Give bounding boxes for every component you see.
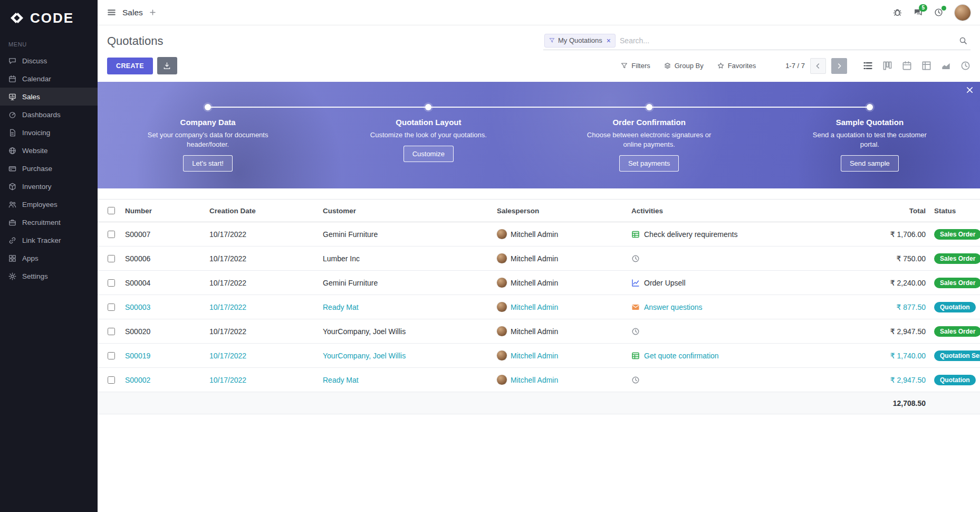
- row-checkbox[interactable]: [108, 255, 115, 262]
- row-checkbox[interactable]: [108, 376, 115, 384]
- table-row[interactable]: S0000310/17/2022Ready MatMitchell AdminA…: [98, 295, 980, 319]
- order-number[interactable]: S00003: [123, 303, 207, 311]
- activity-label[interactable]: Answer questions: [644, 303, 703, 311]
- search-input[interactable]: [620, 36, 954, 45]
- creation-date: 10/17/2022: [207, 327, 321, 336]
- row-checkbox[interactable]: [108, 279, 115, 287]
- table-row[interactable]: S0001910/17/2022YourCompany, Joel Willis…: [98, 344, 980, 368]
- sum-total: 12,708.50: [851, 399, 930, 407]
- bug-icon[interactable]: [893, 8, 902, 17]
- select-all-checkbox[interactable]: [108, 207, 115, 214]
- list-view-button[interactable]: [863, 61, 873, 71]
- clock-icon[interactable]: [631, 376, 640, 384]
- sidebar-item-employees[interactable]: Employees: [0, 195, 98, 213]
- create-button[interactable]: CREATE: [107, 58, 153, 74]
- chart-line-icon[interactable]: [631, 279, 640, 287]
- step-description: Customize the look of your quotations.: [365, 130, 492, 140]
- search-facet[interactable]: My Quotations ×: [544, 34, 616, 48]
- clock-icon[interactable]: [631, 327, 640, 336]
- sidebar-item-sales[interactable]: Sales: [0, 88, 98, 106]
- step-action-button[interactable]: Let's start!: [183, 155, 233, 172]
- banner-close-button[interactable]: [966, 86, 974, 96]
- salesperson-avatar: [497, 326, 507, 336]
- sidebar-item-label: Website: [22, 147, 48, 155]
- order-number[interactable]: S00002: [123, 376, 207, 384]
- group-by-button[interactable]: Group By: [664, 62, 704, 70]
- salesperson-name: Mitchell Admin: [511, 230, 558, 239]
- table-row[interactable]: S0000610/17/2022Lumber IncMitchell Admin…: [98, 246, 980, 271]
- table-row[interactable]: S0000410/17/2022Gemini FurnitureMitchell…: [98, 271, 980, 295]
- activity-label[interactable]: Get quote confirmation: [644, 352, 719, 360]
- sidebar-item-dashboards[interactable]: Dashboards: [0, 106, 98, 124]
- column-header-total[interactable]: Total: [851, 207, 930, 215]
- search-icon[interactable]: [959, 36, 967, 45]
- tasks-icon[interactable]: [631, 230, 640, 239]
- systray: 5: [893, 5, 971, 21]
- row-checkbox[interactable]: [108, 231, 115, 238]
- graph-view-button[interactable]: [941, 61, 951, 71]
- kanban-view-button[interactable]: [882, 61, 892, 71]
- pager-next-button[interactable]: [831, 58, 847, 74]
- sidebar-item-link-tracker[interactable]: Link Tracker: [0, 231, 98, 249]
- sidebar-item-recruitment[interactable]: Recruitment: [0, 213, 98, 231]
- messages-button[interactable]: 5: [914, 8, 923, 17]
- order-number[interactable]: S00020: [123, 327, 207, 336]
- sidebar-item-website[interactable]: Website: [0, 141, 98, 159]
- table-row[interactable]: S0000210/17/2022Ready MatMitchell Admin₹…: [98, 368, 980, 392]
- app-logo[interactable]: CODE: [0, 0, 98, 34]
- column-header-customer[interactable]: Customer: [321, 207, 495, 215]
- column-header-creation-date[interactable]: Creation Date: [207, 207, 321, 215]
- column-header-number[interactable]: Number: [123, 207, 207, 215]
- column-header-status[interactable]: Status: [930, 207, 980, 215]
- step-action-button[interactable]: Set payments: [619, 155, 679, 172]
- order-total: ₹ 2,947.50: [851, 376, 930, 384]
- activity-label[interactable]: Order Upsell: [644, 279, 686, 287]
- activity-label[interactable]: Check delivery requirements: [644, 230, 737, 239]
- pager-previous-button[interactable]: [810, 58, 826, 74]
- menu-icon[interactable]: [107, 8, 116, 17]
- table-header-row: Number Creation Date Customer Salesperso…: [98, 199, 980, 222]
- salesperson-avatar: [497, 375, 507, 385]
- pivot-view-button[interactable]: [921, 61, 931, 71]
- step-action-button[interactable]: Send sample: [841, 155, 899, 172]
- sidebar-menu: DiscussCalendarSalesDashboardsInvoicingW…: [0, 52, 98, 285]
- sidebar-item-inventory[interactable]: Inventory: [0, 177, 98, 195]
- sidebar-item-label: Link Tracker: [22, 236, 61, 244]
- table-row[interactable]: S0000710/17/2022Gemini FurnitureMitchell…: [98, 222, 980, 246]
- sidebar-item-purchase[interactable]: Purchase: [0, 159, 98, 177]
- search-bar[interactable]: My Quotations ×: [543, 32, 971, 50]
- sidebar-item-discuss[interactable]: Discuss: [0, 52, 98, 70]
- tasks-icon[interactable]: [631, 352, 640, 360]
- calendar-view-button[interactable]: [902, 61, 912, 71]
- export-button[interactable]: [157, 57, 177, 74]
- step-action-button[interactable]: Customize: [403, 146, 454, 162]
- order-number[interactable]: S00007: [123, 230, 207, 239]
- activities-button[interactable]: [934, 8, 943, 17]
- column-header-activities[interactable]: Activities: [629, 207, 851, 215]
- quotations-table: Number Creation Date Customer Salesperso…: [98, 199, 980, 414]
- column-header-salesperson[interactable]: Salesperson: [495, 207, 629, 215]
- row-checkbox[interactable]: [108, 352, 115, 359]
- table-body: S0000710/17/2022Gemini FurnitureMitchell…: [98, 222, 980, 392]
- user-avatar[interactable]: [955, 5, 971, 21]
- table-row[interactable]: S0002010/17/2022YourCompany, Joel Willis…: [98, 319, 980, 344]
- settings-icon: [8, 272, 16, 280]
- current-app-name[interactable]: Sales: [122, 8, 143, 17]
- sidebar-item-invoicing[interactable]: Invoicing: [0, 124, 98, 141]
- activity-view-button[interactable]: [960, 61, 971, 71]
- order-number[interactable]: S00019: [123, 352, 207, 360]
- favorites-button[interactable]: Favorites: [717, 62, 756, 70]
- order-number[interactable]: S00004: [123, 279, 207, 287]
- remove-facet-icon[interactable]: ×: [607, 37, 611, 44]
- sidebar-item-apps[interactable]: Apps: [0, 249, 98, 267]
- row-checkbox[interactable]: [108, 328, 115, 335]
- sidebar-item-settings[interactable]: Settings: [0, 267, 98, 285]
- order-number[interactable]: S00006: [123, 254, 207, 263]
- plus-icon[interactable]: [149, 9, 156, 16]
- row-checkbox[interactable]: [108, 304, 115, 311]
- sidebar-item-calendar[interactable]: Calendar: [0, 70, 98, 88]
- envelope-icon[interactable]: [631, 303, 640, 311]
- filters-button[interactable]: Filters: [621, 62, 650, 70]
- clock-icon[interactable]: [631, 254, 640, 263]
- view-kanban-icon: [882, 61, 892, 71]
